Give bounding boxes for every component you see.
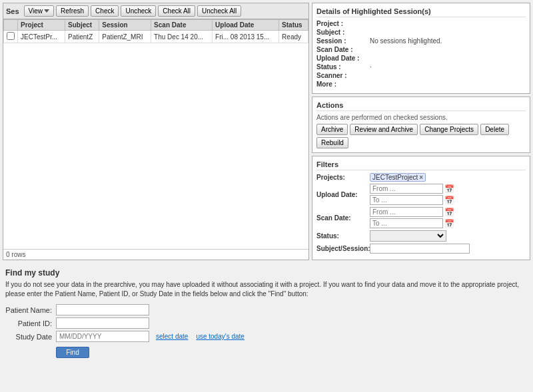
detail-scanner-row: Scanner : — [316, 72, 526, 79]
row-count: 0 rows — [3, 249, 308, 260]
detail-uploaddate-label: Upload Date : — [316, 55, 370, 62]
filter-scan-to-row: 📅 — [370, 218, 526, 228]
detail-status-label: Status : — [316, 63, 370, 71]
actions-title: Actions — [316, 101, 526, 111]
sessions-table: Project Subject Session Scan Date Upload… — [3, 19, 308, 43]
detail-session-row: Session : No sessions highlighted. — [316, 37, 526, 45]
sessions-table-container: Project Subject Session Scan Date Upload… — [3, 19, 308, 249]
patient-id-input[interactable] — [56, 317, 149, 329]
scan-date-to-calendar-icon[interactable]: 📅 — [444, 219, 454, 228]
detail-status-row: Status : · — [316, 63, 526, 71]
detail-scanner-label: Scanner : — [316, 72, 370, 79]
row-scan-date: Thu Dec 14 20... — [151, 31, 213, 43]
view-button[interactable]: View — [24, 5, 55, 17]
view-dropdown-icon — [44, 9, 49, 13]
find-button[interactable]: Find — [56, 347, 89, 358]
col-header-project: Project — [18, 20, 65, 31]
upload-date-from-calendar-icon[interactable]: 📅 — [444, 184, 454, 194]
filter-upload-date-inputs: 📅 📅 — [370, 184, 526, 205]
actions-buttons: Archive Review and Archive Change Projec… — [316, 124, 526, 148]
actions-note: Actions are performed on checked session… — [316, 114, 526, 121]
delete-button[interactable]: Delete — [480, 124, 509, 135]
row-session: PatientZ_MRI — [99, 31, 151, 43]
filter-projects-value: JECTestProject × — [370, 173, 426, 182]
filters-section: Filters Projects: JECTestProject × — [312, 156, 530, 260]
detail-scandate-row: Scan Date : — [316, 46, 526, 53]
find-section: Find my study If you do not see your dat… — [0, 263, 533, 361]
row-upload-date: Fri... 08 2013 15... — [213, 31, 279, 43]
row-project: JECTestPr... — [18, 31, 65, 43]
detail-project-row: Project : — [316, 20, 526, 27]
row-status: Ready — [279, 31, 308, 43]
scan-date-from-calendar-icon[interactable]: 📅 — [444, 208, 454, 217]
project-tag: JECTestProject × — [370, 173, 426, 182]
patient-name-row: Patient Name: — [5, 304, 528, 315]
filter-scan-date-inputs: 📅 📅 — [370, 207, 526, 228]
filter-status-label: Status: — [316, 232, 370, 240]
project-tag-close[interactable]: × — [419, 174, 423, 181]
check-all-button[interactable]: Check All — [158, 5, 195, 17]
use-today-link[interactable]: use today's date — [196, 333, 245, 340]
status-select[interactable]: ReadyArchivingArchived — [370, 230, 446, 242]
detail-more-label: More : — [316, 81, 370, 88]
col-header-checkbox — [4, 20, 18, 31]
patient-name-input[interactable] — [56, 304, 149, 315]
upload-date-to-input[interactable] — [370, 195, 443, 205]
left-panel-header: Ses View Refresh Check Uncheck Check All… — [3, 3, 308, 19]
filter-scan-date-label: Scan Date: — [316, 214, 370, 222]
filter-projects-label: Projects: — [316, 174, 370, 181]
table-row[interactable]: JECTestPr... PatientZ PatientZ_MRI Thu D… — [4, 31, 308, 43]
study-date-input[interactable] — [56, 331, 149, 342]
filter-subject-session-label: Subject/Session: — [316, 245, 370, 252]
col-header-status: Status — [279, 20, 308, 31]
archive-button[interactable]: Archive — [316, 124, 348, 135]
select-date-button[interactable]: select date — [156, 333, 188, 340]
scan-date-from-input[interactable] — [370, 207, 443, 217]
detail-project-label: Project : — [316, 20, 370, 27]
subject-session-input[interactable] — [370, 244, 470, 254]
filters-title: Filters — [316, 160, 526, 170]
filter-upload-to-row: 📅 — [370, 195, 526, 205]
filter-upload-date-row: Upload Date: 📅 📅 — [316, 184, 526, 205]
find-title: Find my study — [5, 268, 528, 278]
row-checkbox-cell[interactable] — [4, 31, 18, 43]
find-button-row: Find — [5, 344, 528, 358]
refresh-button[interactable]: Refresh — [56, 5, 89, 17]
upload-date-from-input[interactable] — [370, 184, 443, 194]
scan-date-to-input[interactable] — [370, 218, 443, 228]
patient-name-label: Patient Name: — [5, 306, 52, 314]
filter-projects-row: Projects: JECTestProject × — [316, 173, 526, 182]
col-header-session: Session — [99, 20, 151, 31]
right-panel: Details of Highlighted Session(s) Projec… — [312, 3, 530, 260]
uncheck-button[interactable]: Uncheck — [121, 5, 156, 17]
upload-date-to-calendar-icon[interactable]: 📅 — [444, 196, 454, 205]
row-subject: PatientZ — [65, 31, 99, 43]
study-date-row: Study Date select date use today's date — [5, 331, 528, 342]
detail-scandate-label: Scan Date : — [316, 46, 370, 53]
actions-section: Actions Actions are performed on checked… — [312, 97, 530, 153]
detail-subject-row: Subject : — [316, 29, 526, 36]
project-tag-label: JECTestProject — [372, 174, 418, 181]
sessions-panel: Ses View Refresh Check Uncheck Check All… — [3, 3, 309, 260]
check-button[interactable]: Check — [91, 5, 119, 17]
patient-id-label: Patient ID: — [5, 319, 52, 327]
col-header-subject: Subject — [65, 20, 99, 31]
change-projects-button[interactable]: Change Projects — [420, 124, 478, 135]
details-section: Details of Highlighted Session(s) Projec… — [312, 3, 530, 94]
find-form: Patient Name: Patient ID: Study Date sel… — [5, 304, 528, 358]
patient-id-row: Patient ID: — [5, 317, 528, 329]
detail-uploaddate-row: Upload Date : — [316, 55, 526, 62]
detail-subject-label: Subject : — [316, 29, 370, 36]
rebuild-button[interactable]: Rebuild — [316, 137, 348, 148]
filter-scan-from-row: 📅 — [370, 207, 526, 217]
row-checkbox[interactable] — [7, 32, 15, 40]
review-archive-button[interactable]: Review and Archive — [350, 124, 418, 135]
detail-session-value: No sessions highlighted. — [370, 37, 442, 45]
detail-status-value: · — [370, 63, 372, 71]
filter-status-row: Status: ReadyArchivingArchived — [316, 230, 526, 242]
filter-scan-date-row: Scan Date: 📅 📅 — [316, 207, 526, 228]
filter-subject-session-row: Subject/Session: — [316, 244, 526, 254]
filter-upload-from-row: 📅 — [370, 184, 526, 194]
uncheck-all-button[interactable]: Uncheck All — [197, 5, 241, 17]
find-description: If you do not see your data in the prear… — [5, 280, 528, 299]
